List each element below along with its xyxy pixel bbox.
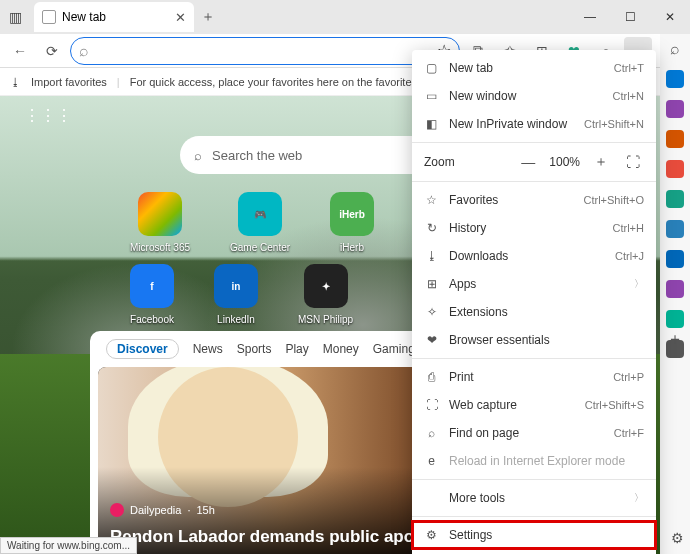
tile-icon: in — [214, 264, 258, 308]
ie-icon: e — [424, 454, 439, 469]
menu-extensions[interactable]: ✧Extensions — [412, 298, 656, 326]
favorites-hint: For quick access, place your favorites h… — [130, 76, 439, 88]
new-tab-button[interactable]: ＋ — [194, 3, 222, 31]
menu-more-tools[interactable]: More tools〉 — [412, 484, 656, 512]
newtab-icon: ▢ — [424, 61, 439, 76]
feed-tab[interactable]: Sports — [237, 342, 272, 356]
search-icon: ⌕ — [79, 42, 89, 60]
minimize-button[interactable]: — — [570, 0, 610, 34]
sidebar-app-icon[interactable] — [666, 190, 684, 208]
tile-icon — [138, 192, 182, 236]
separator — [412, 358, 656, 359]
sidebar-settings-icon[interactable]: ⚙ — [671, 530, 684, 546]
refresh-button[interactable]: ⟳ — [38, 37, 66, 65]
separator — [412, 479, 656, 480]
fullscreen-button[interactable]: ⛶ — [622, 154, 644, 170]
download-icon: ⭳ — [424, 249, 439, 264]
page-icon — [42, 10, 56, 24]
menu-new-window[interactable]: ▭New windowCtrl+N — [412, 82, 656, 110]
menu-find[interactable]: ⌕Find on pageCtrl+F — [412, 419, 656, 447]
sidebar-app-icon[interactable] — [666, 70, 684, 88]
quick-link[interactable]: 🎮Game Center — [230, 192, 290, 253]
sidebar-app-icon[interactable] — [666, 130, 684, 148]
sidebar-app-icon[interactable] — [666, 310, 684, 328]
tile-label: MSN Philipp — [298, 314, 353, 325]
menu-print[interactable]: ⎙PrintCtrl+P — [412, 363, 656, 391]
sidebar-app-icon[interactable] — [666, 220, 684, 238]
search-placeholder: Search the web — [212, 148, 302, 163]
zoom-out-button[interactable]: — — [517, 154, 539, 170]
capture-icon: ⛶ — [424, 398, 439, 413]
sidebar-app-icon[interactable] — [666, 100, 684, 118]
import-favorites-icon: ⭳ — [10, 76, 21, 88]
tile-icon: f — [130, 264, 174, 308]
menu-history[interactable]: ↻HistoryCtrl+H — [412, 214, 656, 242]
window-controls: — ☐ ✕ — [570, 0, 690, 34]
source-icon — [110, 503, 124, 517]
window-icon: ▭ — [424, 89, 439, 104]
tile-label: LinkedIn — [217, 314, 255, 325]
import-favorites-link[interactable]: Import favorites — [31, 76, 107, 88]
sidebar-search-icon[interactable]: ⌕ — [666, 40, 684, 58]
close-button[interactable]: ✕ — [650, 0, 690, 34]
apps-icon: ⊞ — [424, 277, 439, 292]
card-source: Dailypedia · 15h — [110, 503, 215, 517]
menu-apps[interactable]: ⊞Apps〉 — [412, 270, 656, 298]
app-menu: ▢New tabCtrl+T ▭New windowCtrl+N ◧New In… — [412, 50, 656, 554]
star-icon: ☆ — [424, 193, 439, 208]
quick-link[interactable]: inLinkedIn — [214, 264, 258, 325]
feed-tab[interactable]: Play — [285, 342, 308, 356]
menu-downloads[interactable]: ⭳DownloadsCtrl+J — [412, 242, 656, 270]
status-bar: Waiting for www.bing.com... — [0, 537, 137, 554]
chevron-right-icon: 〉 — [634, 277, 644, 291]
tile-label: iHerb — [340, 242, 364, 253]
menu-inprivate[interactable]: ◧New InPrivate windowCtrl+Shift+N — [412, 110, 656, 138]
menu-essentials[interactable]: ❤Browser essentials — [412, 326, 656, 354]
search-icon: ⌕ — [194, 148, 202, 163]
tab-close-icon[interactable]: ✕ — [175, 10, 186, 25]
tile-icon: ✦ — [304, 264, 348, 308]
sidebar-app-icon[interactable] — [666, 250, 684, 268]
edge-sidebar: ⌕ — [660, 34, 690, 554]
feed-tab[interactable]: Money — [323, 342, 359, 356]
quick-links-row1: Microsoft 365🎮Game CenteriHerbiHerbB.Boo… — [130, 192, 458, 253]
back-button[interactable]: ← — [6, 37, 34, 65]
tab-actions-icon[interactable]: ▥ — [0, 2, 30, 32]
source-name: Dailypedia — [130, 504, 181, 516]
app-launcher-icon[interactable]: ⋮⋮⋮ — [24, 106, 72, 125]
feed-tab[interactable]: News — [193, 342, 223, 356]
address-bar[interactable]: ⌕ ☆ — [70, 37, 460, 65]
separator — [412, 516, 656, 517]
menu-new-tab[interactable]: ▢New tabCtrl+T — [412, 54, 656, 82]
quick-links-row2: fFacebookinLinkedIn✦MSN Philipp — [130, 264, 353, 325]
browser-tab[interactable]: New tab ✕ — [34, 2, 194, 32]
find-icon: ⌕ — [424, 426, 439, 441]
extensions-icon: ✧ — [424, 305, 439, 320]
feed-tab[interactable]: Discover — [106, 339, 179, 359]
zoom-in-button[interactable]: ＋ — [590, 153, 612, 171]
quick-link[interactable]: iHerbiHerb — [330, 192, 374, 253]
sidebar-app-icon[interactable] — [666, 160, 684, 178]
history-icon: ↻ — [424, 221, 439, 236]
address-input[interactable] — [95, 44, 431, 58]
separator — [412, 181, 656, 182]
maximize-button[interactable]: ☐ — [610, 0, 650, 34]
sidebar-app-icon[interactable] — [666, 280, 684, 298]
feed-tab[interactable]: Gaming — [373, 342, 415, 356]
menu-settings[interactable]: ⚙Settings — [412, 521, 656, 549]
tile-label: Game Center — [230, 242, 290, 253]
quick-link[interactable]: ✦MSN Philipp — [298, 264, 353, 325]
tile-icon: iHerb — [330, 192, 374, 236]
menu-help[interactable]: ?Help and feedback〉 — [412, 549, 656, 554]
menu-web-capture[interactable]: ⛶Web captureCtrl+Shift+S — [412, 391, 656, 419]
menu-favorites[interactable]: ☆FavoritesCtrl+Shift+O — [412, 186, 656, 214]
print-icon: ⎙ — [424, 370, 439, 385]
tab-title: New tab — [62, 10, 106, 24]
quick-link[interactable]: Microsoft 365 — [130, 192, 190, 253]
chevron-right-icon: 〉 — [634, 491, 644, 505]
menu-zoom: Zoom — 100% ＋ ⛶ — [412, 147, 656, 177]
quick-link[interactable]: fFacebook — [130, 264, 174, 325]
tile-label: Facebook — [130, 314, 174, 325]
sidebar-add-icon[interactable]: ＋ — [666, 330, 684, 348]
inprivate-icon: ◧ — [424, 117, 439, 132]
